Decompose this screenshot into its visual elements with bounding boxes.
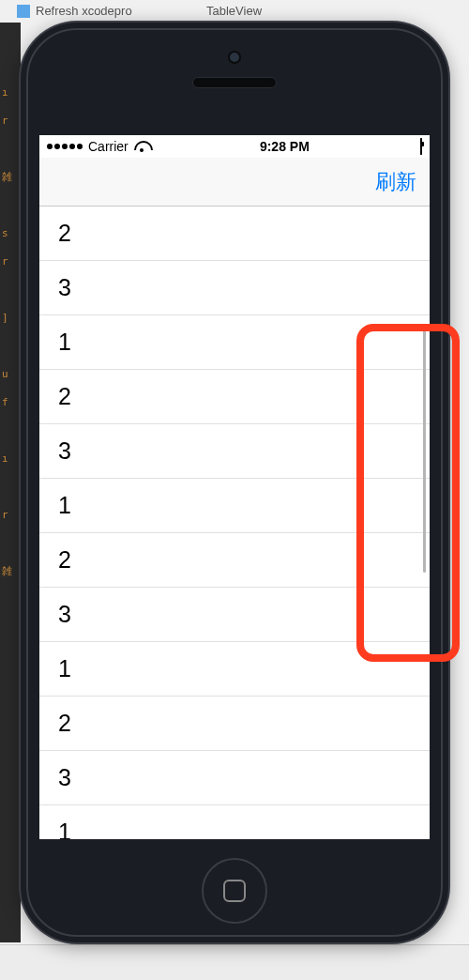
- table-row[interactable]: 2: [39, 370, 430, 424]
- phone-screen: Carrier 9:28 PM 刷新 2 3 1 2 3 1 2 3 1 2 3…: [39, 135, 430, 839]
- table-view[interactable]: 2 3 1 2 3 1 2 3 1 2 3 1: [39, 207, 430, 839]
- table-row[interactable]: 3: [39, 751, 430, 805]
- cell-label: 3: [58, 274, 71, 301]
- xcode-bottom-bar: [0, 944, 469, 980]
- table-row[interactable]: 3: [39, 261, 430, 315]
- xcode-tab-2[interactable]: TableView: [206, 4, 262, 18]
- table-row[interactable]: 1: [39, 642, 430, 697]
- status-bar-right: [420, 139, 422, 154]
- table-row[interactable]: 3: [39, 424, 430, 479]
- wifi-icon: [134, 141, 149, 152]
- iphone-device-frame: Carrier 9:28 PM 刷新 2 3 1 2 3 1 2 3 1 2 3…: [21, 23, 448, 942]
- phone-earpiece: [192, 77, 277, 88]
- battery-icon: [420, 138, 422, 155]
- cell-label: 3: [58, 764, 71, 791]
- phone-camera: [228, 51, 241, 64]
- refresh-button[interactable]: 刷新: [375, 168, 416, 196]
- home-button[interactable]: [202, 858, 267, 924]
- cell-label: 2: [58, 383, 71, 410]
- xcode-project-icon: [17, 5, 30, 18]
- table-row[interactable]: 1: [39, 805, 430, 839]
- scroll-indicator: [423, 329, 426, 573]
- table-row[interactable]: 2: [39, 697, 430, 751]
- xcode-tab-2-label: TableView: [206, 4, 262, 18]
- xcode-tab-1-label: Refresh xcodepro: [36, 4, 132, 18]
- cell-label: 1: [58, 655, 71, 682]
- cell-label: 1: [58, 492, 71, 519]
- home-button-icon: [223, 880, 246, 902]
- table-row[interactable]: 1: [39, 479, 430, 533]
- cell-label: 2: [58, 546, 71, 574]
- cell-label: 3: [58, 437, 71, 465]
- table-row[interactable]: 2: [39, 207, 430, 261]
- table-row[interactable]: 3: [39, 588, 430, 642]
- status-bar: Carrier 9:28 PM: [39, 135, 430, 158]
- status-bar-left: Carrier: [47, 139, 149, 154]
- carrier-label: Carrier: [88, 139, 129, 154]
- table-row[interactable]: 1: [39, 315, 430, 370]
- status-time: 9:28 PM: [260, 139, 310, 154]
- cellular-signal-icon: [47, 144, 83, 149]
- cell-label: 2: [58, 220, 71, 247]
- table-row[interactable]: 2: [39, 533, 430, 588]
- xcode-tab-1[interactable]: Refresh xcodepro: [17, 4, 132, 18]
- cell-label: 1: [58, 819, 71, 839]
- cell-label: 3: [58, 601, 71, 628]
- navigation-bar: 刷新: [39, 158, 430, 207]
- cell-label: 2: [58, 710, 71, 737]
- cell-label: 1: [58, 329, 71, 356]
- code-gutter: ır 雑 sr ] uf ı r 雑: [0, 23, 21, 942]
